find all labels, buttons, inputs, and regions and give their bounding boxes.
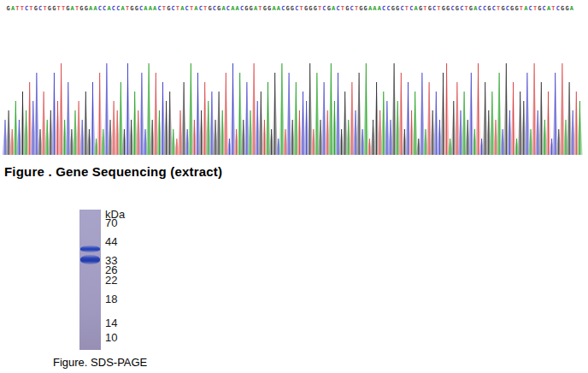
marker-label-10: 10 — [105, 331, 136, 345]
marker-label-14: 14 — [105, 317, 136, 330]
marker-label-22: 22 — [105, 274, 136, 287]
sds-page-gel-lane — [79, 210, 101, 350]
marker-label-18: 18 — [105, 293, 136, 306]
protein-band-lower — [80, 255, 100, 264]
figure1-caption: Figure . Gene Sequencing (extract) — [4, 164, 222, 179]
figure2-caption: Figure. SDS-PAGE — [53, 356, 147, 369]
marker-label-70: 70 — [105, 216, 136, 230]
marker-label-44: 44 — [105, 235, 136, 249]
figure-sheet: GATTCTGCTGGTTGATGGAACCACCATGGCAAACTGCTAC… — [0, 0, 588, 373]
chromatogram-trace — [0, 53, 588, 157]
sequence-letter-row: GATTCTGCTGGTTGATGGAACCACCATGGCAAACTGCTAC… — [6, 5, 580, 13]
protein-band-upper — [80, 246, 100, 252]
base-letter: A — [569, 5, 573, 13]
